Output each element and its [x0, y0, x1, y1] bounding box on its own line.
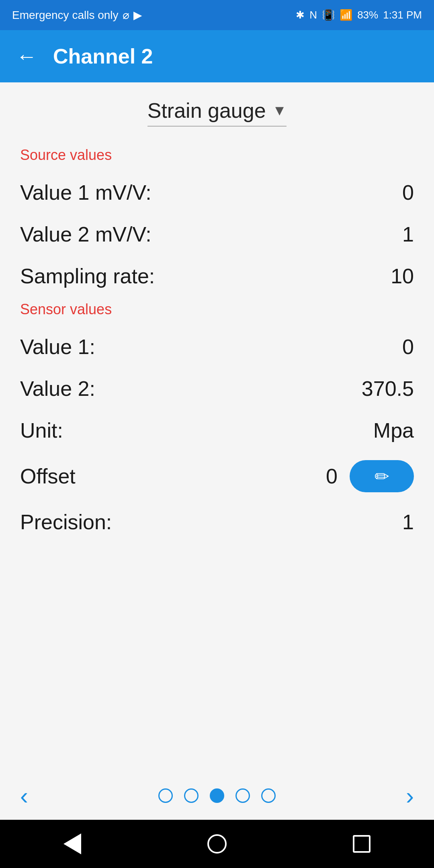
sensor-value2-number: 370.5 — [362, 377, 414, 401]
precision-label: Precision: — [20, 510, 112, 534]
page-dot-4[interactable] — [235, 788, 250, 803]
sampling-rate-row: Sampling rate: 10 — [20, 255, 414, 297]
source-value1-label: Value 1 mV/V: — [20, 180, 151, 205]
precision-value: 1 — [402, 510, 414, 534]
nav-next-button[interactable]: › — [406, 782, 414, 810]
edit-offset-button[interactable]: ✏ — [350, 460, 414, 492]
usb-icon: ⌀ — [123, 8, 129, 22]
system-recents-button[interactable] — [346, 828, 378, 860]
dropdown-arrow-icon: ▼ — [272, 102, 287, 119]
vibrate-icon: 📳 — [322, 9, 335, 21]
source-value2-number: 1 — [402, 222, 414, 246]
battery-text: 83% — [357, 9, 378, 21]
signal-icon: ▶ — [133, 8, 142, 22]
back-button[interactable]: ← — [16, 46, 37, 67]
offset-row: Offset 0 ✏ — [20, 451, 414, 501]
sensor-type-dropdown-container: Strain gauge ▼ — [20, 98, 414, 127]
status-bar-left: Emergency calls only ⌀ ▶ — [12, 8, 142, 22]
offset-label: Offset — [20, 464, 76, 488]
sampling-rate-label: Sampling rate: — [20, 264, 155, 288]
unit-value: Mpa — [373, 418, 414, 442]
page-indicator-nav: ‹ › — [0, 772, 434, 820]
pencil-icon: ✏ — [375, 466, 389, 487]
source-value1-row: Value 1 mV/V: 0 — [20, 172, 414, 213]
offset-right: 0 ✏ — [326, 460, 414, 492]
sensor-type-dropdown[interactable]: Strain gauge ▼ — [147, 98, 287, 127]
status-bar-right: ✱ N 📳 📶 83% 1:31 PM — [296, 9, 422, 21]
page-dot-2[interactable] — [184, 788, 199, 803]
sensor-value1-label: Value 1: — [20, 335, 95, 359]
sampling-rate-number: 10 — [391, 264, 414, 288]
offset-value: 0 — [326, 464, 338, 488]
time-text: 1:31 PM — [383, 9, 422, 21]
status-bar: Emergency calls only ⌀ ▶ ✱ N 📳 📶 83% 1:3… — [0, 0, 434, 30]
main-content: Strain gauge ▼ Source values Value 1 mV/… — [0, 82, 434, 772]
page-dot-3[interactable] — [210, 788, 224, 803]
bluetooth-icon: ✱ — [296, 9, 305, 21]
source-value2-label: Value 2 mV/V: — [20, 222, 151, 246]
sensor-value1-row: Value 1: 0 — [20, 326, 414, 368]
app-bar: ← Channel 2 — [0, 30, 434, 82]
recents-square-icon — [353, 835, 371, 853]
back-triangle-icon — [63, 833, 81, 854]
sensor-value1-number: 0 — [402, 335, 414, 359]
system-nav-bar — [0, 820, 434, 868]
sensor-type-label: Strain gauge — [147, 98, 266, 123]
sensor-value2-row: Value 2: 370.5 — [20, 368, 414, 409]
system-home-button[interactable] — [201, 828, 233, 860]
wifi-icon: 📶 — [340, 9, 352, 21]
source-values-section: Source values Value 1 mV/V: 0 Value 2 mV… — [20, 143, 414, 297]
source-value2-row: Value 2 mV/V: 1 — [20, 213, 414, 255]
page-dots — [158, 788, 276, 803]
nfc-icon: N — [309, 9, 317, 21]
system-back-button[interactable] — [56, 828, 88, 860]
page-dot-5[interactable] — [261, 788, 276, 803]
nav-prev-button[interactable]: ‹ — [20, 782, 28, 810]
home-circle-icon — [207, 834, 227, 854]
emergency-calls-text: Emergency calls only — [12, 9, 119, 22]
unit-row: Unit: Mpa — [20, 409, 414, 451]
precision-row: Precision: 1 — [20, 501, 414, 543]
unit-label: Unit: — [20, 418, 63, 442]
sensor-values-section: Sensor values Value 1: 0 Value 2: 370.5 … — [20, 297, 414, 543]
page-dot-1[interactable] — [158, 788, 173, 803]
page-title: Channel 2 — [53, 44, 153, 68]
source-values-label: Source values — [20, 147, 414, 164]
sensor-values-label: Sensor values — [20, 301, 414, 318]
sensor-value2-label: Value 2: — [20, 377, 95, 401]
source-value1-number: 0 — [402, 180, 414, 205]
